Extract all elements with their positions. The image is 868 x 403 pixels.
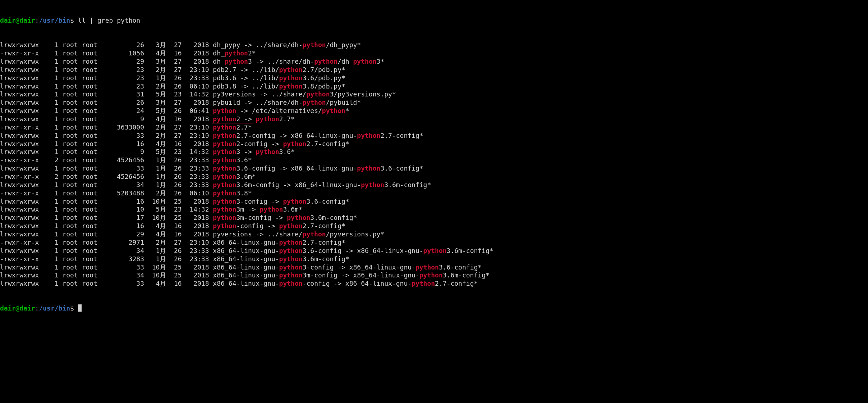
row-filename: pyversions -> ../share/python/pyversions… (213, 230, 384, 238)
table-row: -rwxr-xr-x 1 root root 2971 2月 27 23:10 … (0, 239, 867, 247)
row-filename: dh_python3 -> ../share/dh-python/dh_pyth… (213, 58, 384, 65)
row-meta: -rwxr-xr-x 1 root root 1056 4月 16 2018 (0, 49, 213, 57)
row-meta: lrwxrwxrwx 1 root root 31 5月 23 14:32 (0, 90, 213, 98)
row-meta: lrwxrwxrwx 1 root root 29 4月 16 2018 (0, 230, 213, 238)
row-meta: -rwxr-xr-x 2 root root 4526456 1月 26 23:… (0, 173, 213, 180)
row-meta: lrwxrwxrwx 1 root root 16 10月 25 2018 (0, 198, 213, 205)
prompt-user: dair@dair (0, 304, 35, 312)
grep-match: python (279, 280, 303, 287)
table-row: lrwxrwxrwx 1 root root 23 1月 26 23:33 pd… (0, 74, 867, 82)
row-meta: lrwxrwxrwx 1 root root 26 3月 27 2018 (0, 99, 213, 106)
table-row: lrwxrwxrwx 1 root root 29 4月 16 2018 pyv… (0, 230, 867, 239)
grep-match: python (423, 247, 447, 254)
table-row: lrwxrwxrwx 1 root root 26 3月 27 2018 dh_… (0, 41, 867, 49)
table-row: lrwxrwxrwx 1 root root 23 2月 27 23:10 pd… (0, 66, 867, 74)
grep-match: python (279, 82, 303, 90)
grep-match: python (213, 198, 236, 205)
row-filename: python2.7-config -> x86_64-linux-gnu-pyt… (213, 132, 423, 139)
grep-match: python (314, 58, 337, 65)
row-filename: x86_64-linux-gnu-python3.6m-config* (213, 255, 349, 263)
prompt-path: /usr/bin (39, 17, 70, 24)
row-meta: -rwxr-xr-x 2 root root 4526456 1月 26 23:… (0, 156, 213, 164)
row-meta: lrwxrwxrwx 1 root root 33 2月 27 23:10 (0, 132, 213, 139)
table-row: lrwxrwxrwx 1 root root 26 3月 27 2018 pyb… (0, 99, 867, 107)
cursor (78, 304, 82, 312)
prompt-line: dair@dair:/usr/bin$ ll | grep python (0, 17, 867, 25)
row-filename: python3 -> python3.6* (213, 148, 295, 155)
grep-match: python (357, 164, 380, 172)
table-row: -rwxr-xr-x 2 root root 4526456 1月 26 23:… (0, 156, 867, 164)
grep-match: python (353, 58, 377, 65)
table-row: lrwxrwxrwx 1 root root 29 3月 27 2018 dh_… (0, 58, 867, 66)
row-meta: lrwxrwxrwx 1 root root 23 2月 27 23:10 (0, 66, 213, 73)
row-filename: x86_64-linux-gnu-python2.7-config* (213, 239, 345, 246)
grep-match: python (213, 123, 236, 131)
row-filename: pdb3.8 -> ../lib/python3.8/pdb.py* (213, 82, 345, 90)
grep-match: python (283, 140, 306, 148)
table-row: lrwxrwxrwx 1 root root 23 2月 26 06:10 pd… (0, 82, 867, 91)
prompt-sep: : (35, 17, 39, 24)
grep-match: python (303, 99, 326, 106)
table-row: lrwxrwxrwx 1 root root 17 10月 25 2018 py… (0, 214, 867, 222)
row-filename: py3versions -> ../share/python3/py3versi… (213, 90, 396, 98)
table-row: lrwxrwxrwx 1 root root 34 1月 26 23:33 py… (0, 181, 867, 189)
table-row: -rwxr-xr-x 1 root root 3283 1月 26 23:33 … (0, 255, 867, 263)
grep-match: python (213, 132, 236, 139)
grep-match: python (306, 90, 330, 98)
row-meta: lrwxrwxrwx 1 root root 33 1月 26 23:33 (0, 164, 213, 172)
table-row: -rwxr-xr-x 1 root root 5203488 2月 26 06:… (0, 189, 867, 198)
row-filename: python2.7* (212, 123, 253, 131)
grep-match: python (279, 222, 303, 230)
grep-match: python (213, 148, 236, 155)
table-row: lrwxrwxrwx 1 root root 33 4月 16 2018 x86… (0, 280, 867, 288)
grep-match: python (412, 280, 435, 287)
row-filename: python3m-config -> python3.6m-config* (213, 214, 357, 221)
row-filename: x86_64-linux-gnu-python3-config -> x86_6… (213, 263, 482, 271)
grep-match: python (322, 107, 345, 114)
grep-match: python (213, 107, 236, 114)
row-filename: python3.6* (212, 156, 253, 164)
grep-match: python (357, 132, 380, 139)
prompt-dollar: $ (70, 17, 78, 24)
table-row: lrwxrwxrwx 1 root root 33 1月 26 23:33 py… (0, 164, 867, 173)
table-row: -rwxr-xr-x 2 root root 4526456 1月 26 23:… (0, 173, 867, 181)
row-meta: lrwxrwxrwx 1 root root 23 2月 26 06:10 (0, 82, 213, 90)
row-filename: pdb2.7 -> ../lib/python2.7/pdb.py* (213, 66, 345, 73)
grep-match: python (419, 271, 443, 279)
grep-match: python (213, 164, 236, 172)
terminal-output[interactable]: dair@dair:/usr/bin$ ll | grep python lrw… (0, 0, 868, 321)
row-meta: lrwxrwxrwx 1 root root 10 5月 23 14:32 (0, 205, 213, 213)
grep-match: python (260, 205, 283, 213)
grep-match: python (213, 115, 236, 123)
grep-match: python (279, 263, 303, 271)
prompt-dollar: $ (70, 304, 78, 312)
row-filename: python3m -> python3.6m* (213, 205, 302, 213)
grep-match: python (287, 214, 310, 221)
row-meta: lrwxrwxrwx 1 root root 34 1月 26 23:33 (0, 181, 213, 189)
row-filename: x86_64-linux-gnu-python3m-config -> x86_… (213, 271, 489, 279)
grep-match: python (225, 58, 248, 65)
grep-match: python (213, 140, 236, 148)
row-filename: python3.8* (212, 189, 253, 197)
grep-match: python (256, 115, 279, 123)
table-row: -rwxr-xr-x 1 root root 1056 4月 16 2018 d… (0, 49, 867, 58)
table-row: lrwxrwxrwx 1 root root 10 5月 23 14:32 py… (0, 205, 867, 214)
row-filename: python3.6m* (213, 173, 256, 180)
row-meta: lrwxrwxrwx 1 root root 17 10月 25 2018 (0, 214, 213, 221)
row-filename: dh_python2* (213, 49, 256, 57)
row-filename: python3.6-config -> x86_64-linux-gnu-pyt… (213, 164, 423, 172)
row-meta: lrwxrwxrwx 1 root root 9 5月 23 14:32 (0, 148, 213, 155)
row-meta: lrwxrwxrwx 1 root root 23 1月 26 23:33 (0, 74, 213, 82)
grep-match: python (279, 247, 303, 254)
prompt-line-2[interactable]: dair@dair:/usr/bin$ (0, 304, 867, 313)
row-meta: lrwxrwxrwx 1 root root 24 5月 26 06:41 (0, 107, 213, 114)
row-filename: python3-config -> python3.6-config* (213, 198, 349, 205)
row-meta: lrwxrwxrwx 1 root root 9 4月 16 2018 (0, 115, 213, 123)
grep-match: python (279, 74, 303, 82)
grep-match: python (303, 230, 326, 238)
grep-match: python (213, 156, 236, 164)
table-row: lrwxrwxrwx 1 root root 33 2月 27 23:10 py… (0, 132, 867, 140)
row-filename: python2-config -> python2.7-config* (213, 140, 349, 148)
grep-match: python (213, 173, 236, 180)
row-meta: lrwxrwxrwx 1 root root 29 3月 27 2018 (0, 58, 213, 65)
